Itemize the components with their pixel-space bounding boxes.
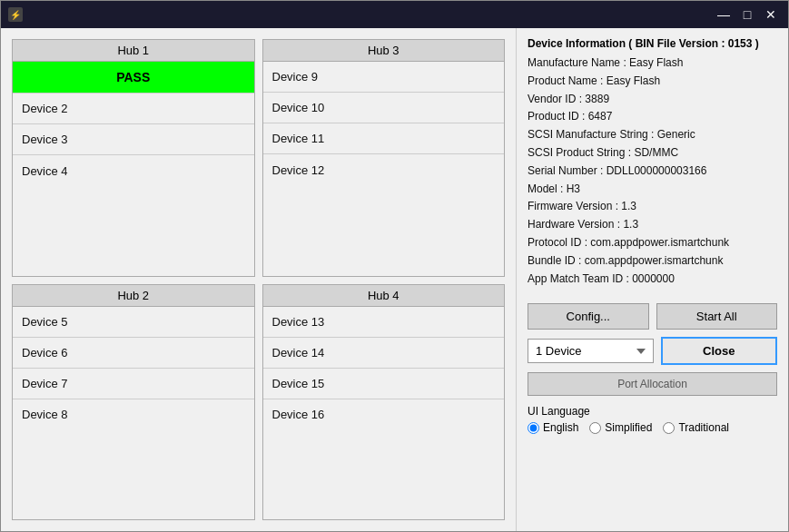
- hub4-device13: Device 13: [263, 307, 505, 338]
- title-bar: ⚡ — □ ✕: [1, 1, 788, 28]
- ui-language-section: UI Language English Simplified Tradition…: [528, 405, 777, 434]
- window-controls: — □ ✕: [714, 5, 781, 24]
- info-row-11: Bundle ID : com.appdpower.ismartchunk: [528, 253, 777, 269]
- info-row-1: Product Name : Easy Flash: [528, 74, 777, 89]
- lang-english-radio[interactable]: [528, 422, 539, 434]
- hub1-device4: Device 4: [13, 155, 254, 186]
- close-button[interactable]: Close: [661, 337, 778, 365]
- lang-traditional-radio[interactable]: [663, 422, 675, 434]
- info-row-2: Vendor ID : 3889: [528, 92, 777, 107]
- info-row-7: Model : H3: [528, 182, 777, 197]
- hub-panel: Hub 1 PASS Device 2 Device 3 Device 4 Hu…: [1, 28, 516, 531]
- hub4-header: Hub 4: [263, 285, 505, 307]
- lang-traditional-item[interactable]: Traditional: [663, 421, 729, 434]
- lang-simplified-label: Simplified: [605, 421, 652, 434]
- port-allocation-row: Port Allocation: [528, 372, 777, 396]
- info-row-9: Hardware Version : 1.3: [528, 217, 777, 232]
- language-radio-group: English Simplified Traditional: [528, 421, 777, 434]
- action-buttons: Config... Start All: [528, 303, 777, 330]
- info-row-5: SCSI Product String : SD/MMC: [528, 145, 777, 161]
- hub1-device1: PASS: [13, 62, 254, 94]
- hub3-device12: Device 12: [263, 154, 505, 185]
- device-info-section: Device Information ( BIN File Version : …: [528, 37, 777, 289]
- device-count-select[interactable]: 1 Device 2 Devices 4 Devices 8 Devices 1…: [528, 339, 654, 363]
- hub2-device7: Device 7: [13, 369, 254, 399]
- hub4-device14: Device 14: [263, 338, 505, 369]
- hub3-header: Hub 3: [263, 40, 505, 62]
- hub2-device5: Device 5: [13, 307, 254, 338]
- hub1-device-list: PASS Device 2 Device 3 Device 4: [13, 62, 254, 186]
- info-row-4: SCSI Manufacture String : Generic: [528, 127, 777, 143]
- info-row-3: Product ID : 6487: [528, 109, 777, 124]
- hub3-device9: Device 9: [263, 62, 505, 93]
- hub1-device2: Device 2: [13, 94, 254, 124]
- main-content: Hub 1 PASS Device 2 Device 3 Device 4 Hu…: [1, 28, 788, 531]
- maximize-button[interactable]: □: [737, 5, 757, 24]
- lang-english-item[interactable]: English: [528, 421, 578, 434]
- info-row-0: Manufacture Name : Easy Flash: [528, 55, 777, 71]
- info-row-12: App Match Team ID : 0000000: [528, 271, 777, 287]
- lang-simplified-radio[interactable]: [589, 422, 601, 434]
- app-icon: ⚡: [8, 7, 23, 22]
- port-allocation-button[interactable]: Port Allocation: [528, 372, 777, 396]
- device-count-row: 1 Device 2 Devices 4 Devices 8 Devices 1…: [528, 337, 777, 365]
- pass-indicator: PASS: [13, 62, 254, 93]
- hub3-device10: Device 10: [263, 93, 505, 123]
- hub2-device-list: Device 5 Device 6 Device 7 Device 8: [13, 307, 254, 430]
- lang-english-label: English: [543, 421, 578, 434]
- hub3-device-list: Device 9 Device 10 Device 11 Device 12: [263, 62, 505, 185]
- hub2-header: Hub 2: [13, 285, 254, 307]
- hub4-device-list: Device 13 Device 14 Device 15 Device 16: [263, 307, 505, 430]
- info-row-6: Serial Number : DDLL000000003166: [528, 163, 777, 179]
- start-all-button[interactable]: Start All: [656, 303, 778, 330]
- config-button[interactable]: Config...: [528, 303, 649, 330]
- hub4-group: Hub 4 Device 13 Device 14 Device 15 Devi…: [262, 284, 506, 521]
- lang-traditional-label: Traditional: [678, 421, 729, 434]
- hub3-group: Hub 3 Device 9 Device 10 Device 11 Devic…: [262, 39, 506, 277]
- close-window-button[interactable]: ✕: [761, 5, 781, 24]
- hub1-header: Hub 1: [13, 40, 254, 62]
- right-panel: Device Information ( BIN File Version : …: [516, 28, 788, 531]
- hub2-device8: Device 8: [13, 399, 254, 430]
- hub1-group: Hub 1 PASS Device 2 Device 3 Device 4: [12, 39, 255, 277]
- hub4-device16: Device 16: [263, 399, 505, 430]
- hub3-device11: Device 11: [263, 123, 505, 154]
- hub1-device3: Device 3: [13, 124, 254, 155]
- device-info-title: Device Information ( BIN File Version : …: [528, 37, 777, 50]
- info-row-8: Firmware Version : 1.3: [528, 199, 777, 214]
- lang-simplified-item[interactable]: Simplified: [589, 421, 652, 434]
- ui-language-label: UI Language: [528, 405, 777, 418]
- main-window: ⚡ — □ ✕ Hub 1 PASS Device 2 Device 3 Dev…: [0, 0, 789, 532]
- info-row-10: Protocol ID : com.appdpower.ismartchunk: [528, 235, 777, 251]
- hub2-group: Hub 2 Device 5 Device 6 Device 7 Device …: [12, 284, 255, 521]
- minimize-button[interactable]: —: [714, 5, 734, 24]
- hub4-device15: Device 15: [263, 369, 505, 399]
- hub2-device6: Device 6: [13, 338, 254, 369]
